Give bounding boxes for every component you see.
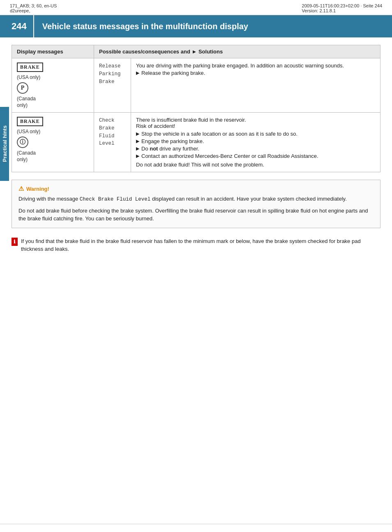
- warning-code: Check Brake Fluid Level: [80, 197, 151, 202]
- main-table: Display messages Possible causes/consequ…: [12, 45, 380, 172]
- brake-badge-1: BRAKE: [17, 62, 43, 72]
- bullet-text-1-1: Release the parking brake.: [141, 70, 205, 76]
- meta-left-line1: 171_AKB; 3; 60, en-US: [10, 3, 57, 8]
- arrow-icon-2-3: ▶: [136, 146, 139, 151]
- arrow-icon-1: ▶: [136, 70, 139, 76]
- warning-triangle-icon: ⚠: [18, 185, 24, 192]
- warning-box: ⚠ Warning! Driving with the message Chec…: [12, 180, 380, 228]
- chapter-number: 244: [0, 15, 34, 37]
- info-note: ℹ If you find that the brake fluid in th…: [12, 236, 380, 255]
- meta-left: 171_AKB; 3; 60, en-US d2ureepe,: [10, 3, 57, 13]
- usa-label-2: (USA only): [17, 129, 40, 134]
- message-cell-2: CheckBrakeFluidLevel: [94, 113, 131, 172]
- bullet-text-2-4: Contact an authorized Mercedes-Benz Cent…: [141, 153, 318, 159]
- bullet-text-2-2: Engage the parking brake.: [141, 138, 204, 144]
- causes-text-2b: Risk of accident!: [136, 123, 375, 129]
- arrow-icon-2-2: ▶: [136, 139, 139, 144]
- bullet-1-1: ▶ Release the parking brake.: [136, 70, 375, 76]
- display-cell-1: BRAKE (USA only) P (Canada only): [12, 58, 94, 113]
- page-meta: 171_AKB; 3; 60, en-US d2ureepe, 2009-05-…: [0, 0, 392, 15]
- display-content-2: BRAKE (USA only) ⓘ (Canada only): [17, 117, 89, 162]
- p-icon-1: P: [17, 82, 28, 94]
- display-content-1: BRAKE (USA only) P (Canada only): [17, 62, 89, 108]
- info-icon-2: ⓘ: [17, 136, 28, 148]
- meta-right-line2: Version: 2.11.8.1: [302, 8, 382, 13]
- bullet-2-3: ▶ Do not drive any further.: [136, 146, 375, 152]
- brake-badge-2: BRAKE: [17, 117, 43, 126]
- canada-label-2: (Canada: [17, 150, 36, 156]
- warning-para1-post: displayed can result in an accident. Hav…: [150, 196, 346, 202]
- content-area: Display messages Possible causes/consequ…: [0, 45, 392, 255]
- meta-left-line2: d2ureepe,: [10, 8, 57, 13]
- chapter-header: 244 Vehicle status messages in the multi…: [0, 15, 392, 37]
- usa-label-1: (USA only): [17, 74, 40, 80]
- warning-title: ⚠ Warning!: [18, 185, 374, 192]
- causes-cell-1: You are driving with the parking brake e…: [131, 58, 380, 113]
- causes-text-2a: There is insufficient brake fluid in the…: [136, 117, 375, 123]
- info-square-icon: ℹ: [12, 238, 18, 246]
- warning-para2: Do not add brake fluid before checking t…: [18, 207, 374, 223]
- arrow-icon-2-1: ▶: [136, 131, 139, 136]
- display-cell-2: BRAKE (USA only) ⓘ (Canada only): [12, 113, 94, 172]
- table-row: BRAKE (USA only) P (Canada only) Release…: [12, 58, 380, 113]
- bullet-2-2: ▶ Engage the parking brake.: [136, 138, 375, 144]
- bullet-2-1: ▶ Stop the vehicle in a safe location or…: [136, 131, 375, 137]
- canada-label-2b: only): [17, 157, 28, 162]
- meta-right-line1: 2009-05-11T16:00:23+02:00 · Seite 244: [302, 3, 382, 8]
- bullet-text-2-1: Stop the vehicle in a safe location or a…: [141, 131, 297, 137]
- causes-footer-2: Do not add brake fluid! This will not so…: [136, 162, 375, 168]
- chapter-title: Vehicle status messages in the multifunc…: [34, 16, 256, 37]
- arrow-icon-2-4: ▶: [136, 153, 139, 159]
- causes-cell-2: There is insufficient brake fluid in the…: [131, 113, 380, 172]
- message-cell-1: ReleaseParkingBrake: [94, 58, 131, 113]
- bullet-2-4: ▶ Contact an authorized Mercedes-Benz Ce…: [136, 153, 375, 159]
- canada-label-1b: only): [17, 102, 28, 108]
- meta-right: 2009-05-11T16:00:23+02:00 · Seite 244 Ve…: [302, 3, 382, 13]
- col-header-causes: Possible causes/consequences and ► Solut…: [94, 45, 380, 58]
- message-text-2: CheckBrakeFluidLevel: [99, 117, 126, 148]
- message-text-1: ReleaseParkingBrake: [99, 62, 126, 86]
- info-note-text: If you find that the brake fluid in the …: [21, 237, 380, 253]
- page-bottom: [0, 524, 392, 532]
- warning-para1: Driving with the message Check Brake Flu…: [18, 195, 374, 204]
- warning-para1-pre: Driving with the message: [18, 196, 80, 202]
- causes-text-1: You are driving with the parking brake e…: [136, 62, 375, 69]
- canada-label-1: (Canada: [17, 96, 36, 102]
- bullet-text-2-3: Do not drive any further.: [141, 146, 199, 152]
- table-row: BRAKE (USA only) ⓘ (Canada only) CheckBr…: [12, 113, 380, 172]
- warning-title-text: Warning!: [26, 186, 49, 192]
- col-header-display: Display messages: [12, 45, 94, 58]
